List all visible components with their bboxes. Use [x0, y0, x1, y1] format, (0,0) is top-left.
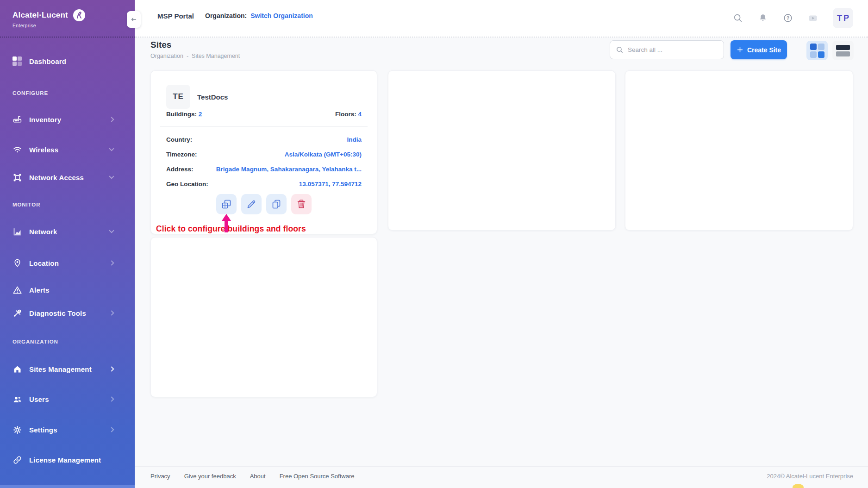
country-value[interactable]: India	[347, 136, 362, 143]
msp-portal-app: Alcatel·Lucent Enterprise Dashboard CONF…	[0, 0, 868, 488]
chat-widget-peek[interactable]	[793, 484, 804, 488]
sidebar-item-dashboard[interactable]: Dashboard	[12, 54, 127, 68]
floors-count-link[interactable]: 4	[358, 111, 362, 118]
sidebar-bottom-strip	[0, 485, 135, 488]
search-icon	[616, 46, 624, 54]
sidebar-item-inventory[interactable]: Inventory	[12, 113, 127, 126]
chevron-right-icon	[109, 427, 114, 432]
breadcrumb: Organization - Sites Management	[150, 53, 240, 59]
switch-organization-link[interactable]: Switch Organization	[250, 12, 313, 19]
address-row: Address: Brigade Magnum, Sahakaranagara,…	[166, 162, 362, 176]
footer-link-foss[interactable]: Free Open Source Software	[280, 473, 355, 480]
bell-icon[interactable]	[758, 13, 768, 23]
ale-circle-logo-icon	[72, 8, 86, 22]
search-icon[interactable]	[733, 13, 743, 23]
sidebar-item-label: Alerts	[29, 286, 50, 294]
sidebar-item-network-access[interactable]: Network Access	[12, 170, 127, 184]
list-view-toggle[interactable]	[832, 41, 854, 60]
sidebar-item-label: Location	[29, 259, 59, 267]
timezone-value[interactable]: Asia/Kolkata (GMT+05:30)	[285, 151, 362, 158]
sidebar-item-location[interactable]: Location	[12, 256, 127, 270]
sidebar-item-label: Inventory	[29, 116, 61, 124]
site-card-actions	[216, 194, 312, 214]
link-icon	[12, 455, 22, 465]
timezone-label: Timezone:	[166, 151, 197, 158]
country-label: Country:	[166, 136, 192, 143]
buildings-floors-row: Buildings: 2 Floors: 4	[166, 111, 362, 118]
sidebar-section-monitor: MONITOR	[12, 202, 40, 209]
site-card-testdocs: TE TestDocs Buildings: 2 Floors: 4 Count…	[150, 70, 377, 234]
video-icon[interactable]	[808, 13, 818, 23]
tools-icon	[12, 308, 22, 318]
home-icon	[12, 364, 22, 374]
arrow-left-icon	[130, 15, 138, 24]
list-view-icon	[836, 45, 850, 50]
user-avatar[interactable]: TP	[833, 8, 853, 28]
copy-site-button[interactable]	[266, 194, 287, 214]
gear-icon	[12, 425, 22, 435]
configure-buildings-floors-button[interactable]	[216, 194, 237, 214]
footer-link-privacy[interactable]: Privacy	[150, 473, 170, 480]
sidebar-item-sites-management[interactable]: Sites Management	[12, 362, 127, 376]
sidebar-item-users[interactable]: Users	[12, 392, 127, 406]
chevron-right-icon	[109, 117, 114, 122]
sidebar-item-license-management[interactable]: License Management	[12, 453, 127, 467]
timezone-row: Timezone: Asia/Kolkata (GMT+05:30)	[166, 147, 362, 162]
footer-link-feedback[interactable]: Give your feedback	[184, 473, 236, 480]
top-header: MSP Portal Organization: Switch Organiza…	[135, 0, 868, 38]
sidebar-item-label: Settings	[29, 426, 57, 434]
edit-pencil-icon	[246, 199, 257, 210]
plus-icon	[737, 46, 743, 53]
buildings-label: Buildings:	[166, 111, 197, 118]
chevron-down-icon	[109, 228, 114, 233]
create-site-label: Create Site	[747, 46, 781, 54]
configure-floors-icon	[221, 199, 232, 210]
organization-label: Organization:	[205, 12, 247, 19]
sidebar-item-label: Network	[29, 228, 57, 236]
brand-name: Alcatel·Lucent	[12, 11, 68, 20]
sidebar-section-configure: CONFIGURE	[12, 90, 48, 98]
site-card-placeholder	[625, 70, 853, 231]
page-title: Sites	[150, 40, 171, 50]
dashboard-icon	[12, 56, 22, 66]
footer-link-about[interactable]: About	[250, 473, 266, 480]
edit-site-button[interactable]	[241, 194, 262, 214]
sidebar-item-label: Users	[29, 395, 49, 403]
sidebar-section-organization: ORGANIZATION	[12, 339, 58, 346]
network-chart-icon	[12, 227, 22, 237]
wifi-icon	[12, 145, 22, 155]
address-value[interactable]: Brigade Magnum, Sahakaranagara, Yelahank…	[216, 166, 362, 173]
search-all-box	[610, 40, 724, 59]
site-card-placeholder	[150, 237, 377, 397]
help-icon[interactable]: ?	[783, 13, 793, 23]
users-icon	[12, 394, 22, 404]
svg-text:?: ?	[787, 16, 789, 21]
delete-site-button[interactable]	[291, 194, 312, 214]
buildings-count-link[interactable]: 2	[199, 111, 202, 118]
alert-triangle-icon	[12, 285, 22, 295]
create-site-button[interactable]: Create Site	[731, 40, 787, 59]
chevron-down-icon	[109, 146, 114, 151]
search-all-input[interactable]	[628, 46, 718, 53]
chevron-right-icon	[109, 260, 114, 265]
location-pin-icon	[12, 258, 22, 268]
sidebar-item-wireless[interactable]: Wireless	[12, 143, 127, 156]
sidebar-item-network[interactable]: Network	[12, 225, 127, 238]
sidebar-item-label: Network Access	[29, 174, 84, 181]
geo-location-value[interactable]: 13.057371, 77.594712	[299, 181, 362, 188]
sidebar-item-diagnostic-tools[interactable]: Diagnostic Tools	[12, 306, 127, 320]
breadcrumb-sites-management[interactable]: Sites Management	[192, 53, 240, 59]
chevron-right-icon	[109, 310, 114, 315]
sidebar-item-alerts[interactable]: Alerts	[12, 283, 127, 297]
sidebar-collapse-button[interactable]	[127, 11, 141, 28]
breadcrumb-organization[interactable]: Organization	[150, 53, 183, 59]
site-card-placeholder	[388, 70, 616, 231]
sidebar-item-label: Wireless	[29, 146, 58, 154]
site-avatar: TE	[166, 85, 190, 109]
sidebar-item-settings[interactable]: Settings	[12, 423, 127, 437]
grid-view-toggle[interactable]	[806, 41, 828, 60]
sidebar-item-label: Dashboard	[29, 57, 66, 65]
grid-view-icon	[810, 44, 824, 58]
chevron-right-icon	[109, 396, 114, 401]
brand-sub: Enterprise	[12, 23, 135, 28]
